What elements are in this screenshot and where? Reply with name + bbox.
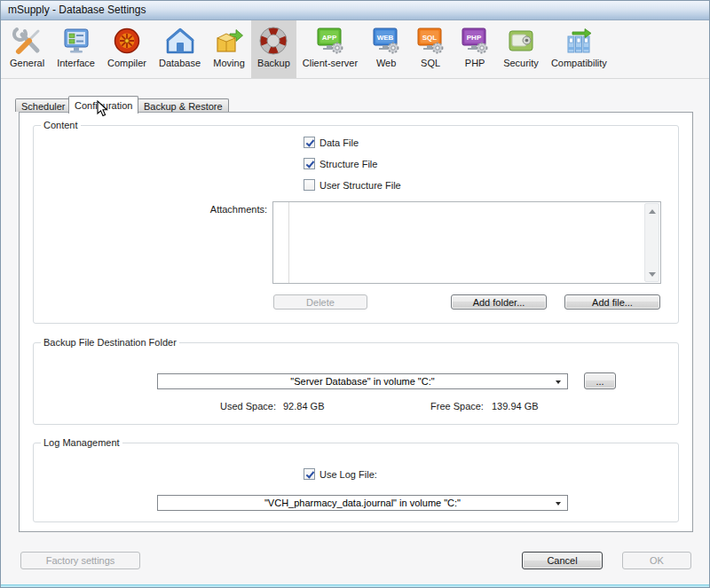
toolbar-item-security[interactable]: Security xyxy=(497,20,545,78)
data-file-label: Data File xyxy=(320,137,359,148)
used-space-value: 92.84 GB xyxy=(283,401,324,412)
use-log-file-label: Use Log File: xyxy=(320,469,377,480)
toolbar-label: Compatibility xyxy=(551,58,607,68)
log-group-title: Log Management xyxy=(41,437,122,448)
add-folder-button[interactable]: Add folder... xyxy=(451,294,547,310)
toolbar-label: Interface xyxy=(57,58,95,68)
data-file-checkbox[interactable] xyxy=(304,137,315,148)
use-log-file-checkbox[interactable] xyxy=(304,468,315,480)
toolbar-label: Security xyxy=(503,58,539,68)
tab-scheduler[interactable]: Scheduler xyxy=(15,98,72,112)
checkbox-user-structure-file[interactable]: User Structure File xyxy=(304,179,401,191)
toolbar-items: General Interface xyxy=(1,20,709,78)
dialog-window: mSupply - Database Settings General xyxy=(0,0,710,588)
toolbar-item-sql[interactable]: SQL SQL xyxy=(408,20,453,78)
toolbar-label: Client-server xyxy=(303,58,358,68)
user-structure-file-label: User Structure File xyxy=(320,180,401,191)
checkbox-structure-file[interactable]: Structure File xyxy=(304,158,377,169)
toolbar-item-web[interactable]: WEB Web xyxy=(364,20,408,78)
compiler-turbine-icon xyxy=(111,24,143,57)
tools-icon xyxy=(12,24,43,57)
factory-settings-button[interactable]: Factory settings xyxy=(20,552,140,569)
cancel-button[interactable]: Cancel xyxy=(522,552,603,569)
title-bar[interactable]: mSupply - Database Settings xyxy=(1,1,709,20)
scroll-down-icon[interactable] xyxy=(645,268,659,280)
toolbar-item-moving[interactable]: Moving xyxy=(207,20,251,78)
attachments-label: Attachments: xyxy=(178,204,267,215)
toolbar-label: General xyxy=(10,58,44,68)
chevron-down-icon xyxy=(556,380,561,384)
svg-text:SQL: SQL xyxy=(422,34,438,42)
client-server-monitor-icon: APP xyxy=(314,24,346,57)
settings-toolbar: General Interface xyxy=(1,20,709,79)
toolbar-label: Web xyxy=(376,58,396,68)
web-monitor-icon: WEB xyxy=(370,24,402,57)
svg-text:WEB: WEB xyxy=(377,34,394,42)
toolbar-label: Backup xyxy=(257,58,290,68)
window-title: mSupply - Database Settings xyxy=(8,1,146,20)
browse-destination-button[interactable]: ... xyxy=(584,372,616,389)
ok-button[interactable]: OK xyxy=(622,552,691,569)
database-house-icon xyxy=(164,24,196,57)
sql-monitor-icon: SQL xyxy=(414,24,446,57)
delete-button[interactable]: Delete xyxy=(273,294,367,310)
backup-lifebuoy-icon xyxy=(257,24,289,57)
attachments-scrollbar[interactable] xyxy=(644,203,659,282)
tab-backup-restore[interactable]: Backup & Restore xyxy=(138,98,229,112)
structure-file-label: Structure File xyxy=(320,159,377,169)
checkbox-data-file[interactable]: Data File xyxy=(304,137,359,148)
toolbar-item-interface[interactable]: Interface xyxy=(51,20,101,78)
window-border-glow xyxy=(1,584,709,587)
moving-box-icon xyxy=(213,24,245,57)
toolbar-item-compiler[interactable]: Compiler xyxy=(101,20,153,78)
toolbar-item-backup[interactable]: Backup xyxy=(251,20,296,78)
list-column-divider xyxy=(288,202,289,283)
free-space-value: 139.94 GB xyxy=(492,401,539,412)
toolbar-item-php[interactable]: PHP PHP xyxy=(453,20,497,78)
used-space-label: Used Space: xyxy=(220,401,276,412)
user-structure-file-checkbox[interactable] xyxy=(304,179,315,191)
add-file-button[interactable]: Add file... xyxy=(564,294,660,310)
toolbar-label: Moving xyxy=(213,58,244,68)
checkbox-use-log-file[interactable]: Use Log File: xyxy=(304,468,377,480)
toolbar-label: Compiler xyxy=(107,58,146,68)
toolbar-item-general[interactable]: General xyxy=(4,20,51,78)
attachments-list[interactable] xyxy=(272,201,661,284)
mouse-cursor xyxy=(97,100,109,120)
toolbar-label: SQL xyxy=(421,58,440,68)
chevron-down-icon xyxy=(556,502,561,506)
svg-text:APP: APP xyxy=(322,34,337,42)
structure-file-checkbox[interactable] xyxy=(304,158,315,169)
scroll-up-icon[interactable] xyxy=(645,205,659,217)
toolbar-item-database[interactable]: Database xyxy=(153,20,207,78)
toolbar-label: PHP xyxy=(465,58,485,68)
destination-group-title: Backup File Destination Folder xyxy=(41,337,179,348)
interface-monitor-icon xyxy=(60,24,92,57)
php-monitor-icon: PHP xyxy=(459,24,491,57)
toolbar-item-client-server[interactable]: APP Client-server xyxy=(296,20,364,78)
content-group-title: Content xyxy=(41,120,81,130)
free-space-label: Free Space: xyxy=(430,401,484,412)
security-icon xyxy=(505,24,537,57)
svg-text:PHP: PHP xyxy=(467,34,482,42)
compatibility-binders-icon xyxy=(563,24,595,57)
toolbar-item-compatibility[interactable]: Compatibility xyxy=(545,20,613,78)
toolbar-label: Database xyxy=(159,58,201,68)
log-file-dropdown[interactable]: "VCH_pharmacy_data.journal" in volume "C… xyxy=(157,495,568,511)
destination-folder-dropdown[interactable]: "Server Database" in volume "C:" xyxy=(157,373,568,389)
